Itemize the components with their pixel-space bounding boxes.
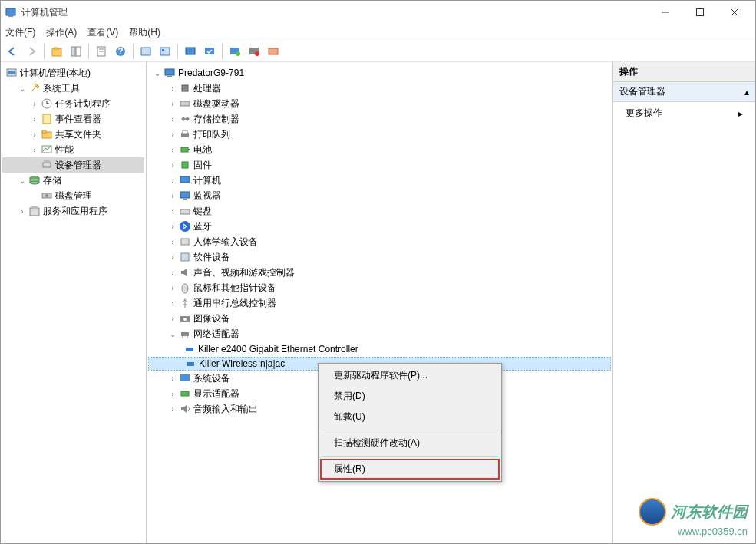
expand-icon[interactable]: ›	[30, 145, 39, 154]
device-computer[interactable]: ⌄PredatorG9-791	[148, 65, 611, 81]
more-actions[interactable]: 更多操作 ▸	[613, 102, 755, 124]
collapse-icon[interactable]: ⌄	[153, 68, 162, 77]
collapse-icon[interactable]: ⌄	[18, 84, 27, 93]
tree-task-scheduler[interactable]: › 任务计划程序	[2, 96, 144, 111]
svg-rect-7	[71, 47, 75, 56]
expand-icon[interactable]: ›	[30, 114, 39, 124]
device-cpu[interactable]: ›处理器	[148, 81, 611, 96]
device-imaging[interactable]: ›图像设备	[148, 311, 611, 326]
expand-icon[interactable]: ›	[168, 84, 177, 93]
toolbar-icon[interactable]	[137, 43, 154, 60]
expand-icon[interactable]: ›	[168, 160, 177, 170]
expand-icon[interactable]: ›	[30, 99, 39, 108]
expand-icon[interactable]: ›	[168, 114, 177, 124]
close-button[interactable]	[717, 1, 751, 24]
device-keyboard[interactable]: ›键盘	[148, 203, 611, 219]
expand-icon[interactable]: ›	[168, 176, 177, 185]
menu-file[interactable]: 文件(F)	[5, 26, 35, 39]
expand-icon[interactable]: ›	[168, 191, 177, 200]
device-label: 图像设备	[193, 312, 230, 325]
computer-mgmt-icon	[5, 67, 18, 79]
expand-icon[interactable]: ›	[168, 298, 177, 308]
maximize-button[interactable]	[682, 1, 717, 24]
device-sound[interactable]: ›声音、视频和游戏控制器	[148, 265, 611, 280]
device-usb[interactable]: ›通用串行总线控制器	[148, 295, 611, 311]
spacer	[30, 191, 39, 200]
tree-services[interactable]: › 服务和应用程序	[2, 203, 144, 219]
expand-icon[interactable]: ›	[168, 283, 177, 292]
toolbar-icon[interactable]	[157, 43, 173, 60]
up-button[interactable]	[48, 43, 65, 60]
svg-point-20	[236, 51, 240, 56]
device-label: 显示适配器	[193, 387, 239, 401]
help-button[interactable]: ?	[112, 43, 129, 60]
device-diskdrive[interactable]: ›磁盘驱动器	[148, 96, 611, 111]
menu-help[interactable]: 帮助(H)	[129, 26, 160, 39]
menu-disable[interactable]: 禁用(D)	[320, 386, 500, 407]
tree-event-viewer[interactable]: › 事件查看器	[2, 111, 144, 127]
device-battery[interactable]: ›电池	[148, 142, 611, 157]
actions-section[interactable]: 设备管理器 ▴	[613, 82, 755, 102]
menu-action[interactable]: 操作(A)	[46, 26, 77, 39]
show-hide-tree-button[interactable]	[68, 43, 84, 60]
tree-shared-folders[interactable]: › 共享文件夹	[2, 127, 144, 142]
expand-icon[interactable]: ›	[30, 130, 39, 139]
tree-disk-mgmt[interactable]: 磁盘管理	[2, 188, 144, 203]
device-firmware[interactable]: ›固件	[148, 157, 611, 173]
forward-button[interactable]	[23, 43, 40, 60]
device-network-adapter-1[interactable]: Killer e2400 Gigabit Ethernet Controller	[148, 341, 611, 357]
collapse-icon[interactable]: ⌄	[168, 329, 177, 338]
tree-device-manager[interactable]: 设备管理器	[2, 157, 144, 173]
tree-storage[interactable]: ⌄ 存储	[2, 173, 144, 188]
expand-icon[interactable]: ›	[168, 389, 177, 398]
menu-uninstall[interactable]: 卸载(U)	[320, 407, 500, 427]
device-hid[interactable]: ›人体学输入设备	[148, 234, 611, 249]
tree-performance[interactable]: › 性能	[2, 142, 144, 157]
device-network[interactable]: ⌄网络适配器	[148, 326, 611, 341]
device-label: 鼠标和其他指针设备	[193, 282, 276, 295]
menu-view[interactable]: 查看(V)	[87, 26, 118, 39]
expand-icon[interactable]: ›	[168, 206, 177, 216]
device-software[interactable]: ›软件设备	[148, 249, 611, 265]
expand-icon[interactable]: ›	[168, 404, 177, 414]
collapse-icon[interactable]: ▴	[744, 87, 749, 97]
svg-rect-66	[180, 374, 190, 381]
menu-scan-hardware[interactable]: 扫描检测硬件改动(A)	[320, 433, 500, 453]
tree-system-tools[interactable]: ⌄ 系统工具	[2, 81, 144, 96]
minimize-button[interactable]	[648, 1, 682, 24]
display-icon	[179, 387, 191, 400]
expand-icon[interactable]: ›	[168, 99, 177, 108]
expand-icon[interactable]: ›	[18, 206, 27, 216]
expand-icon[interactable]: ›	[168, 268, 177, 277]
expand-icon[interactable]: ›	[168, 237, 177, 246]
back-button[interactable]	[4, 43, 21, 60]
device-storage-controller[interactable]: ›存储控制器	[148, 111, 611, 127]
expand-icon[interactable]: ›	[168, 145, 177, 154]
folder-icon	[41, 128, 53, 140]
device-bluetooth[interactable]: ›蓝牙	[148, 219, 611, 234]
tree-root[interactable]: 计算机管理(本地)	[2, 65, 144, 81]
expand-icon[interactable]: ›	[168, 130, 177, 139]
expand-icon[interactable]: ›	[168, 314, 177, 323]
device-mouse[interactable]: ›鼠标和其他指针设备	[148, 280, 611, 295]
left-tree-pane: 计算机管理(本地) ⌄ 系统工具 › 任务计划程序 › 事件查看器 › 共享文件…	[1, 62, 147, 543]
menu-update-driver[interactable]: 更新驱动程序软件(P)...	[320, 365, 500, 386]
services-icon	[28, 205, 41, 217]
svg-rect-48	[181, 147, 188, 152]
expand-icon[interactable]: ›	[168, 222, 177, 231]
scan-hardware-button[interactable]	[226, 43, 243, 60]
toolbar-icon[interactable]	[182, 43, 199, 60]
tools-icon	[28, 82, 41, 94]
monitor-icon	[179, 190, 191, 202]
menu-properties[interactable]: 属性(R)	[320, 459, 500, 480]
disable-button[interactable]	[265, 43, 282, 60]
uninstall-button[interactable]	[246, 43, 262, 60]
device-monitor[interactable]: ›监视器	[148, 188, 611, 203]
toolbar-icon[interactable]	[201, 43, 218, 60]
expand-icon[interactable]: ›	[168, 374, 177, 383]
collapse-icon[interactable]: ⌄	[18, 176, 27, 185]
device-computers[interactable]: ›计算机	[148, 173, 611, 188]
device-print-queue[interactable]: ›打印队列	[148, 127, 611, 142]
expand-icon[interactable]: ›	[168, 252, 177, 262]
properties-button[interactable]	[93, 43, 110, 60]
